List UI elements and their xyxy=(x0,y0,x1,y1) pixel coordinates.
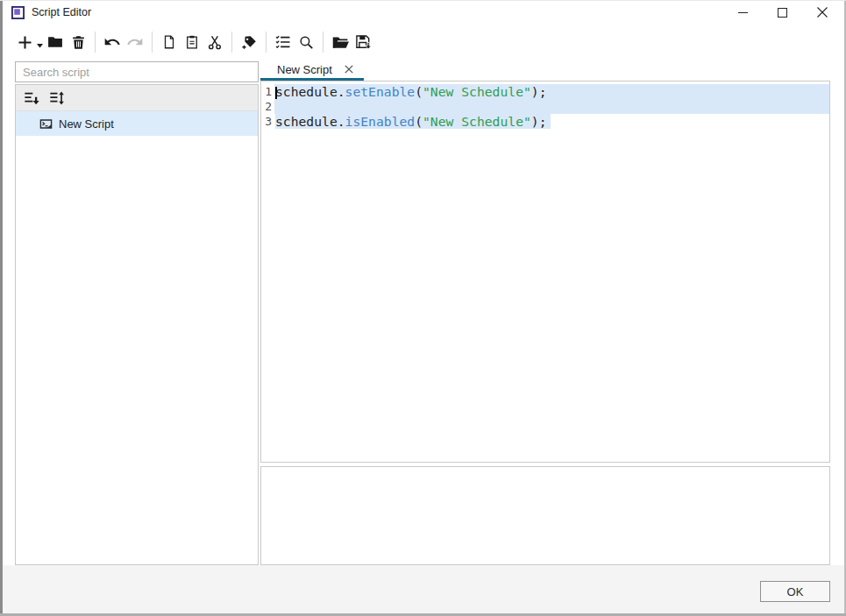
toolbar-separator xyxy=(266,32,267,53)
script-file-icon xyxy=(39,117,53,131)
code-line[interactable]: 2 xyxy=(261,99,829,114)
copy-icon xyxy=(161,34,177,50)
folder-open-icon xyxy=(331,33,350,52)
window-edge-left xyxy=(0,0,3,616)
line-number: 2 xyxy=(261,99,274,114)
toolbar-separator xyxy=(231,32,232,53)
code-text: schedule.setEnable("New Schedule"); xyxy=(274,84,829,99)
output-panel[interactable] xyxy=(260,466,830,565)
sort-updown-button[interactable] xyxy=(47,89,66,107)
tab-close-icon[interactable] xyxy=(345,65,353,74)
script-list-item[interactable]: New Script xyxy=(16,111,258,136)
minimize-button[interactable] xyxy=(723,0,763,25)
search-icon xyxy=(298,34,315,51)
line-number: 3 xyxy=(261,114,274,129)
tab-label: New Script xyxy=(277,63,332,76)
script-list: New Script xyxy=(16,111,258,136)
footer-bar: OK xyxy=(0,565,846,616)
sort-down-button[interactable] xyxy=(22,89,40,107)
app-icon xyxy=(11,6,25,19)
toolbar-separator xyxy=(152,32,153,53)
editor-tab[interactable]: New Script xyxy=(260,58,364,81)
list-sort-strip xyxy=(16,85,258,111)
sort-updown-icon xyxy=(49,90,65,106)
checklist-button[interactable] xyxy=(272,30,295,54)
save-button[interactable] xyxy=(352,30,374,54)
redo-button[interactable] xyxy=(124,30,146,54)
close-icon xyxy=(817,7,828,18)
script-list-panel: New Script xyxy=(15,84,259,565)
toolbar xyxy=(0,25,846,59)
window-title: Script Editor xyxy=(32,6,91,18)
redo-icon xyxy=(126,33,144,51)
code-text: schedule.isEnabled("New Schedule"); xyxy=(274,114,829,129)
sort-down-icon xyxy=(24,90,39,106)
undo-icon xyxy=(103,33,121,51)
folder-open-button[interactable] xyxy=(329,30,352,54)
cut-icon xyxy=(207,34,224,51)
checklist-icon xyxy=(274,33,292,51)
trash-button[interactable] xyxy=(67,30,89,54)
line-number: 1 xyxy=(261,84,274,99)
ok-button[interactable]: OK xyxy=(760,581,830,602)
close-button[interactable] xyxy=(802,0,842,25)
folder-button[interactable] xyxy=(44,30,67,54)
add-icon xyxy=(16,33,34,52)
code-text xyxy=(274,99,829,114)
search-button[interactable] xyxy=(295,30,317,54)
toolbar-separator xyxy=(95,32,96,53)
cut-button[interactable] xyxy=(203,30,226,54)
folder-icon xyxy=(46,33,64,51)
code-editor[interactable]: 1schedule.setEnable("New Schedule");23sc… xyxy=(260,81,830,463)
code-line[interactable]: 1schedule.setEnable("New Schedule"); xyxy=(261,84,829,99)
chevron-down-icon xyxy=(37,44,43,48)
script-item-label: New Script xyxy=(59,117,114,131)
window-controls xyxy=(723,0,842,25)
undo-button[interactable] xyxy=(101,30,124,54)
window-edge-top xyxy=(0,0,846,1)
tag-button[interactable] xyxy=(238,30,260,54)
tag-icon xyxy=(241,34,258,51)
minimize-icon xyxy=(738,8,748,18)
trash-icon xyxy=(70,34,87,51)
paste-icon xyxy=(184,34,200,50)
add-button[interactable] xyxy=(14,30,44,54)
save-icon xyxy=(354,33,372,51)
titlebar: Script Editor xyxy=(0,0,846,25)
toolbar-separator xyxy=(323,32,323,53)
code-line[interactable]: 3schedule.isEnabled("New Schedule"); xyxy=(261,114,829,129)
maximize-button[interactable] xyxy=(763,0,802,25)
paste-button[interactable] xyxy=(181,30,203,54)
editor-tabbar: New Script xyxy=(260,58,364,81)
maximize-icon xyxy=(778,8,787,18)
copy-button[interactable] xyxy=(158,30,181,54)
search-input[interactable] xyxy=(15,61,259,82)
